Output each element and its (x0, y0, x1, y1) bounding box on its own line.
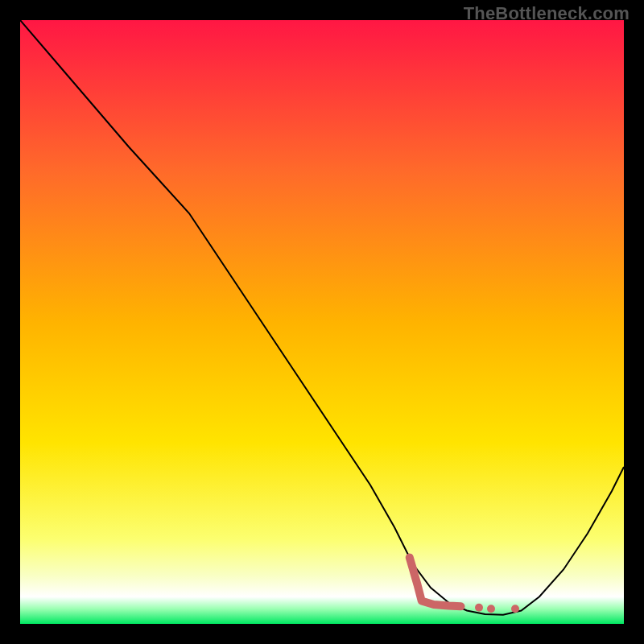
highlight-dot (487, 605, 495, 613)
chart-frame: { "watermark": "TheBottleneck.com", "cha… (0, 0, 644, 644)
chart-background-gradient (20, 20, 624, 624)
highlight-dot (475, 604, 483, 612)
highlight-dot (511, 605, 519, 613)
bottleneck-chart (20, 20, 624, 624)
